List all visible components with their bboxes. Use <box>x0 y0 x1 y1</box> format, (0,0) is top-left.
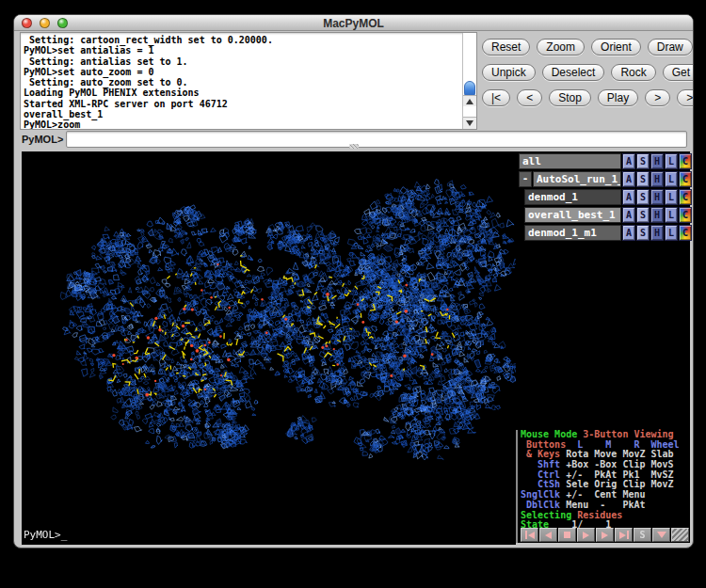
movie-s-button[interactable]: S <box>634 528 651 542</box>
s-menu-button[interactable]: S <box>636 225 650 241</box>
stop-icon <box>564 532 570 538</box>
a-menu-button[interactable]: A <box>622 207 635 223</box>
go-first-button[interactable]: |< <box>482 89 510 106</box>
mouse-panel-text: L M R Wheel <box>566 439 679 450</box>
console-line: Setting: auto_zoom set to 0. <box>24 77 459 87</box>
c-menu-button[interactable]: C <box>679 171 692 187</box>
internal-gui-panel: allASHLC-AutoSol_run_1_ASHLCdenmod_1ASHL… <box>519 151 692 543</box>
reset-button[interactable]: Reset <box>482 39 530 56</box>
down-icon <box>657 532 666 538</box>
skip-forward-icon <box>619 532 626 539</box>
orient-button[interactable]: Orient <box>591 39 641 56</box>
mouse-panel-text: Selecting <box>521 510 577 520</box>
mouse-panel-text: Mouse Mode <box>521 429 583 439</box>
s-menu-button[interactable]: S <box>636 189 650 205</box>
object-name-overall_best_1[interactable]: overall_best_1 <box>524 207 621 223</box>
console-line: PyMOL>zoom <box>24 119 459 129</box>
mouse-panel-text: & Keys <box>521 449 566 459</box>
movie-last-button[interactable] <box>615 528 633 542</box>
sash-grip[interactable] <box>349 144 359 149</box>
s-label-icon: S <box>639 531 645 540</box>
l-menu-button[interactable]: L <box>665 207 678 223</box>
skip-back-icon <box>525 531 527 539</box>
button-row: UnpickDeselectRockGet View <box>482 64 694 81</box>
c-menu-button[interactable]: C <box>679 207 692 223</box>
c-menu-button[interactable]: C <box>679 225 692 241</box>
c-menu-button[interactable]: C <box>679 153 692 169</box>
movie-back-button[interactable] <box>539 528 557 542</box>
a-menu-button[interactable]: A <box>622 153 635 169</box>
l-menu-button[interactable]: L <box>665 225 678 241</box>
console-output: Setting: cartoon_rect_width set to 0.200… <box>24 35 459 129</box>
go-forward-button[interactable]: > <box>645 89 670 106</box>
titlebar[interactable]: MacPyMOL <box>14 15 693 31</box>
object-name-all[interactable]: all <box>519 153 621 169</box>
object-name-denmod_1_m1[interactable]: denmod_1_m1 <box>524 225 621 241</box>
expand-toggle[interactable]: - <box>519 171 532 187</box>
go-back-button[interactable]: < <box>517 89 542 106</box>
deselect-button[interactable]: Deselect <box>542 64 605 81</box>
movie-play-button[interactable] <box>577 528 595 542</box>
movie-forward-button[interactable] <box>596 528 614 542</box>
l-menu-button[interactable]: L <box>665 171 678 187</box>
a-menu-button[interactable]: A <box>622 189 635 205</box>
unpick-button[interactable]: Unpick <box>482 64 536 81</box>
movie-stop-button[interactable] <box>558 528 576 542</box>
draw-button[interactable]: Draw <box>648 39 693 56</box>
button-row: ResetZoomOrientDrawRay <box>482 39 694 56</box>
h-menu-button[interactable]: H <box>650 207 664 223</box>
mouse-mode-panel[interactable]: Mouse Mode 3-Button Viewing Buttons L M … <box>521 430 692 531</box>
c-menu-button[interactable]: C <box>679 189 692 205</box>
object-name-AutoSol_run_1_[interactable]: AutoSol_run_1_ <box>533 171 621 187</box>
command-prompt-row: PyMOL> <box>14 129 693 150</box>
object-row: overall_best_1ASHLC <box>519 207 692 223</box>
console-line: PyMOL>set auto_zoom = 0 <box>24 67 459 77</box>
mouse-panel-text: Buttons <box>521 439 566 450</box>
a-menu-button[interactable]: A <box>622 225 635 241</box>
mouse-panel-text: +/- PkAt Pk1 MvSZ <box>566 469 673 480</box>
object-name-denmod_1[interactable]: denmod_1 <box>524 189 621 205</box>
h-menu-button[interactable]: H <box>650 189 664 205</box>
object-row: denmod_1_m1ASHLC <box>519 225 692 241</box>
s-menu-button[interactable]: S <box>636 171 650 187</box>
movie-down-button[interactable] <box>652 528 670 542</box>
play-button[interactable]: Play <box>598 89 638 106</box>
h-menu-button[interactable]: H <box>650 171 664 187</box>
mouse-panel-text: Sele Orig Clip MovZ <box>566 479 673 489</box>
a-menu-button[interactable]: A <box>622 171 635 187</box>
s-menu-button[interactable]: S <box>636 153 650 169</box>
object-action-buttons: ASHLC <box>622 189 692 205</box>
feedback-console[interactable]: Setting: cartoon_rect_width set to 0.200… <box>20 32 477 130</box>
scroll-down-button[interactable] <box>463 117 476 129</box>
l-menu-button[interactable]: L <box>665 189 678 205</box>
step-forward-icon <box>602 532 608 539</box>
scroll-up-button[interactable] <box>463 95 476 106</box>
viewer-area: PyMOL>_ allASHLC-AutoSol_run_1_ASHLCdenm… <box>22 151 690 543</box>
viewport-3d[interactable] <box>22 151 516 545</box>
stop-button[interactable]: Stop <box>549 89 591 106</box>
mouse-panel-text: Ctrl <box>521 469 566 480</box>
console-line: PyMOL>set antialias = 1 <box>24 45 459 56</box>
mouse-panel-text: Rota Move MovZ Slab <box>566 449 673 459</box>
skip-back-icon <box>528 532 535 539</box>
object-action-buttons: ASHLC <box>622 171 692 187</box>
console-scrollbar[interactable] <box>462 33 476 129</box>
object-row: denmod_1ASHLC <box>519 189 692 205</box>
get-view-button[interactable]: Get View <box>663 64 694 81</box>
window-title: MacPyMOL <box>14 16 693 31</box>
l-menu-button[interactable]: L <box>665 153 678 169</box>
movie-first-button[interactable] <box>521 528 538 542</box>
skip-forward-icon <box>627 531 629 539</box>
s-menu-button[interactable]: S <box>636 207 650 223</box>
arrow-down-icon <box>466 120 473 126</box>
console-line: Loading PyMOL PHENIX extensions <box>24 87 459 98</box>
rock-button[interactable]: Rock <box>611 64 655 81</box>
mouse-panel-text: +Box -Box Clip MovS <box>566 459 673 469</box>
h-menu-button[interactable]: H <box>650 153 664 169</box>
h-menu-button[interactable]: H <box>650 225 664 241</box>
resize-grip-button[interactable] <box>671 528 689 542</box>
zoom-button[interactable]: Zoom <box>537 39 585 56</box>
command-input[interactable] <box>66 131 687 148</box>
go-last-button[interactable]: >| <box>677 89 694 106</box>
macpymol-window: MacPyMOL Setting: cartoon_rect_width set… <box>13 14 694 548</box>
